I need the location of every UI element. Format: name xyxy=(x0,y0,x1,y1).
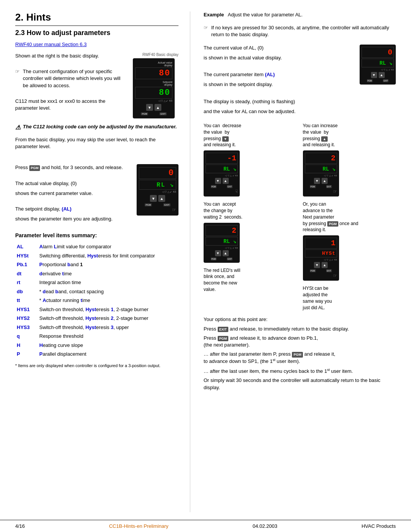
actual-value-label: Actual valuedisplay xyxy=(135,61,172,67)
example-text: Adjust the value for parameter AL. xyxy=(228,12,303,18)
right-column: Example Adjust the value for parameter A… xyxy=(190,11,396,512)
increase-item: You can increasethe value bypressing ▲an… xyxy=(303,123,396,197)
hyst-pgm[interactable]: PGM xyxy=(310,269,315,272)
param-name-P: P xyxy=(15,350,38,359)
hyst-exit[interactable]: EXIT xyxy=(326,269,332,272)
pgm-btn2[interactable]: PGM xyxy=(145,203,152,206)
al-ks: ◁ ▽ △ ↙ K6 xyxy=(362,68,394,71)
note1-text: The current configuration of your specif… xyxy=(23,68,125,89)
increase-text: You can increasethe value bypressing ▲an… xyxy=(303,123,396,148)
param-desc-HYSt: Switching differential, Hysteresis for l… xyxy=(38,251,178,260)
hyst-adj-text: HYSt can beadjusted thesame way youjust … xyxy=(303,285,396,311)
param-desc-P: Parallel displacement xyxy=(38,350,178,359)
footer-date: 04.02.2003 xyxy=(253,523,277,529)
note-icon-2: ☞ xyxy=(204,24,211,38)
inc-exit[interactable]: EXIT xyxy=(326,185,332,188)
dec-exit[interactable]: EXIT xyxy=(227,185,233,188)
hyst-down[interactable]: ▼ xyxy=(314,262,320,268)
table-row: dt derivative time xyxy=(15,269,178,278)
footer-page: 4/16 xyxy=(15,523,25,529)
param-desc-rt: Integral action time xyxy=(38,278,178,287)
param-name-rt: rt xyxy=(15,278,38,287)
hyst-nav: PGM EXIT xyxy=(305,269,337,272)
accept-device: 2 RL ↘ ◁ ▽ △ ↙ K6 ▼ ▲ PGM EXIT xyxy=(204,223,297,263)
pgm-setpoint-screen: RL ↘ xyxy=(139,180,176,190)
dec-down[interactable]: ▼ xyxy=(215,178,221,184)
page-title: 2. Hints xyxy=(15,11,178,26)
inc-down[interactable]: ▼ xyxy=(314,178,320,184)
hyst-hand-icon: ☞ xyxy=(305,273,337,278)
footer: 4/16 CC1B-Hints-en Preliminary 04.02.200… xyxy=(0,520,411,532)
acc-screen: 2 xyxy=(206,225,238,236)
setpoint-label: Setpointdisplay xyxy=(135,81,172,86)
pgm-btn[interactable]: PGM xyxy=(141,112,148,115)
acc-down[interactable]: ▼ xyxy=(215,250,221,256)
param-table: AL Alarm Limit value for comparator HYSt… xyxy=(15,242,178,359)
param-desc-dt: derivative time xyxy=(38,269,178,278)
inc-ks: ◁ ▽ △ ↙ K6 xyxy=(305,174,337,177)
acc-exit[interactable]: EXIT xyxy=(227,257,233,260)
acc-arrows: ▼ ▲ xyxy=(206,250,238,256)
pgm-up-arrow[interactable]: ▲ xyxy=(158,195,165,202)
ds-text1: The display is steady, (nothing is flash… xyxy=(204,98,352,105)
inc-pgm[interactable]: PGM xyxy=(310,185,315,188)
dec-up[interactable]: ▲ xyxy=(223,178,229,184)
pgm-down-arrow[interactable]: ▼ xyxy=(150,195,157,202)
options-section: Your options at this point are: Press EX… xyxy=(204,316,396,391)
example-line: Example Adjust the value for parameter A… xyxy=(204,11,396,18)
al-up[interactable]: ▲ xyxy=(379,72,385,78)
exit-button-inline: EXIT xyxy=(218,327,228,332)
current-value-text: The current value of AL, (0) is shown in… xyxy=(204,45,352,118)
rwf40-basic-display: Actual valuedisplay 80 Setpointdisplay 8… xyxy=(133,58,175,118)
press-pgm2: and hold, for 3 seconds, and release. xyxy=(41,165,123,170)
inc-setpoint-screen: RL ↘ xyxy=(305,165,337,173)
pgm-arrow-row: ▼ ▲ xyxy=(139,195,176,202)
hyst-up[interactable]: ▲ xyxy=(322,262,328,268)
pgm-section: Press PGM and hold, for 3 seconds, and r… xyxy=(15,164,178,225)
exit-btn2[interactable]: EXIT xyxy=(163,203,170,206)
inc-hand-icon: ☞ xyxy=(305,189,337,194)
param-name-HYSt: HYSt xyxy=(15,251,38,260)
current-value-section: The current value of AL, (0) is shown in… xyxy=(204,45,396,118)
footer-product: HVAC Products xyxy=(362,523,396,529)
inc-up[interactable]: ▲ xyxy=(322,178,328,184)
pgm-advance-btn: PGM xyxy=(327,221,338,227)
actual-value-desc2: shows the current parameter value. xyxy=(15,190,129,197)
acc-up[interactable]: ▲ xyxy=(223,250,229,256)
decrease-text: You can decreasethe value bypressing ▼an… xyxy=(204,123,297,148)
param-desc-tt: * Actuator running time xyxy=(38,296,178,305)
al-pgm[interactable]: PGM xyxy=(367,79,373,82)
al-display: 0 RL ↘ ◁ ▽ △ ↙ K6 ▼ ▲ PGM EXIT xyxy=(360,45,396,85)
pgm-option: Press PGM and release it, to advance dow… xyxy=(204,335,396,348)
shown-text: Shown at the right is the basic display. xyxy=(15,53,125,59)
acc-pgm[interactable]: PGM xyxy=(211,257,217,260)
down-arrow[interactable]: ▼ xyxy=(146,104,153,111)
param-desc-AL: Alarm Limit value for comparator xyxy=(38,242,178,251)
pgm-ks-row: ◁ ▽ △ ↙ K6 xyxy=(139,190,176,193)
param-name-HYS2: HYS2 xyxy=(15,314,38,323)
hyst-arrows: ▼ ▲ xyxy=(305,262,337,268)
decrease-item: You can decreasethe value bypressing ▼an… xyxy=(204,123,297,197)
al-exit[interactable]: EXIT xyxy=(383,79,389,82)
setpoint-desc2: shows the parameter item you are adjusti… xyxy=(15,216,129,222)
up-arrow[interactable]: ▲ xyxy=(155,104,161,111)
pgm-button-inline3: PGM xyxy=(292,352,303,358)
table-row: Pb.1 Proportional band 1 xyxy=(15,260,178,269)
param-desc-db: * dead band, contact spacing xyxy=(38,287,178,296)
rwf40-link[interactable]: RWF40 user manual Section 6.3 xyxy=(15,42,87,47)
param-name-db: db xyxy=(15,287,38,296)
hyst-setpoint-screen: HYSt xyxy=(305,249,337,257)
param-heading: Parameter level items summary: xyxy=(15,232,178,238)
arrow-row: ▼ ▲ xyxy=(135,104,172,111)
dec-arrows: ▼ ▲ xyxy=(206,178,238,184)
exit-btn[interactable]: EXIT xyxy=(159,112,167,115)
warning-text: The C112 locking code can only be adjust… xyxy=(23,124,177,129)
dec-pgm[interactable]: PGM xyxy=(211,185,217,188)
rwf40-hyst-display: 1 HYSt ◁ ▽ △ ↙ K6 ▼ ▲ PGM EXIT ☞ xyxy=(303,235,339,281)
al-down[interactable]: ▼ xyxy=(371,72,377,78)
hyst-ks: ◁ ▽ △ ↙ K6 xyxy=(305,258,337,261)
note1: ☞ The current configuration of your spec… xyxy=(15,68,125,89)
param-name-AL: AL xyxy=(15,242,38,251)
param-name-HYS3: HYS3 xyxy=(15,323,38,332)
param-name-dt: dt xyxy=(15,269,38,278)
